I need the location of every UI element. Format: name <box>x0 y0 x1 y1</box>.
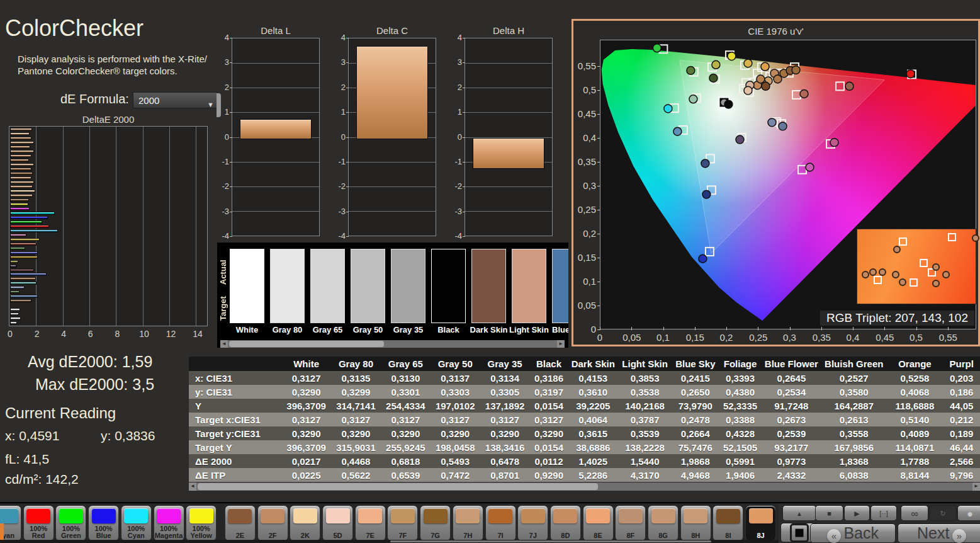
patch-swatch <box>619 508 643 523</box>
table-cell: 0,3388 <box>719 413 761 426</box>
scroll-left-icon[interactable]: ◄ <box>189 483 196 491</box>
table-cell: 0,3580 <box>821 385 886 399</box>
patch-button[interactable]: 100% Red <box>23 505 54 541</box>
bar-row <box>10 171 206 176</box>
tick-mark <box>600 327 600 330</box>
table-cell: 0,4153 <box>568 371 618 385</box>
next-button[interactable]: Next » <box>898 523 980 543</box>
table-cell: 75,7476 <box>672 440 719 454</box>
table-cell: 396,3709 <box>281 440 331 454</box>
table-cell: 0,3127 <box>480 413 530 426</box>
play-button[interactable]: ▶ <box>844 505 870 521</box>
bar <box>10 181 34 184</box>
scroll-left-icon[interactable]: ◄ <box>220 340 228 348</box>
scrollbar-thumb[interactable] <box>198 483 598 490</box>
column-header: Gray 65 <box>381 357 431 371</box>
table-cell: 0,3538 <box>618 385 672 399</box>
patch-button[interactable]: 8I <box>712 505 743 541</box>
patch-swatch <box>59 508 83 523</box>
patch-button[interactable]: 100% Blue <box>88 505 119 541</box>
patch-label: 7I <box>486 532 515 539</box>
tick-mark <box>346 162 349 163</box>
gridline <box>349 162 436 163</box>
bar-row <box>10 180 206 185</box>
patch-button[interactable]: 8E <box>583 505 614 541</box>
y-tick-label: 1 <box>332 107 346 117</box>
bar <box>10 308 20 311</box>
patch-button[interactable]: 7I <box>485 505 516 541</box>
loop-button[interactable]: ∞ <box>901 505 928 521</box>
bar-row <box>10 285 206 290</box>
gridline <box>349 186 436 187</box>
y-tick-label: 0,55 <box>576 60 596 71</box>
scroll-right-icon[interactable]: ► <box>972 483 980 491</box>
y-tick-label: -1 <box>448 157 462 166</box>
table-scrollbar[interactable]: ◄ ► <box>189 483 980 491</box>
swatch-strip-scrollbar[interactable]: ◄ ► <box>220 340 565 348</box>
table-cell: 4,3170 <box>618 468 672 482</box>
toolbar-controls: ▲ ■▶[··]∞↻● « Back Next » <box>779 503 980 543</box>
x-tick-label: 0,2 <box>718 332 735 343</box>
table-cell: 91,7248 <box>762 399 821 413</box>
scrollbar-thumb[interactable] <box>390 540 711 542</box>
patch-button[interactable]: 8G <box>648 505 679 541</box>
delta-c-chart <box>348 38 436 236</box>
record-button[interactable]: ● <box>957 505 980 521</box>
table-cell: 0,0217 <box>281 454 331 468</box>
repeat-button[interactable]: ↻ <box>929 505 957 521</box>
bar <box>10 172 33 175</box>
tick-mark <box>346 38 349 38</box>
patch-button[interactable]: 100% Green <box>55 505 86 541</box>
y-tick-label: -3 <box>215 207 229 216</box>
patch-button[interactable]: 5D <box>322 505 353 541</box>
stop-button[interactable]: ■ <box>815 505 843 521</box>
table-cell: 0,2534 <box>762 385 821 399</box>
table-cell: 0,2664 <box>672 426 719 440</box>
scroll-up-button[interactable]: ▲ <box>782 505 816 521</box>
patch-button[interactable]: 8H <box>680 505 711 541</box>
patch-button[interactable]: 8J <box>745 505 776 541</box>
column-header: Blue Flower <box>762 357 821 371</box>
scroll-right-icon[interactable]: ► <box>557 340 565 348</box>
x-tick-label: 0,35 <box>813 332 830 343</box>
toolbar-scroll-track[interactable] <box>0 540 779 543</box>
measurement-marker <box>774 75 782 83</box>
table-cell: 1,8368 <box>821 454 886 468</box>
bar <box>10 194 33 197</box>
patch-button[interactable]: 2F <box>257 505 288 541</box>
measurement-marker <box>653 44 661 52</box>
patch-button[interactable]: 8D <box>550 505 581 541</box>
table-cell: 0,5991 <box>719 454 761 468</box>
next-label: Next <box>917 524 949 542</box>
table-cell: 0,3130 <box>381 371 431 385</box>
table-cell: 0,6818 <box>381 454 431 468</box>
patch-button[interactable]: 2E <box>225 505 256 541</box>
bar <box>10 277 36 280</box>
patch-button[interactable]: 100% Magenta <box>154 505 184 541</box>
patch-button[interactable]: 7H <box>453 505 483 541</box>
patch-button[interactable]: 7G <box>420 505 451 541</box>
patch-label: 100% Yellow <box>186 525 216 539</box>
inset-measurement-marker <box>932 280 940 287</box>
patch-button[interactable]: 7E <box>355 505 386 541</box>
bar-row <box>10 312 206 316</box>
patch-button[interactable]: 100% Yellow <box>186 505 217 541</box>
bar-row <box>10 211 206 215</box>
back-button[interactable]: « Back <box>810 523 896 543</box>
scrollbar-thumb[interactable] <box>229 341 384 347</box>
splitter-handle[interactable] <box>217 93 221 117</box>
table-cell: 1,9868 <box>672 454 719 468</box>
table-cell: 38,6886 <box>568 440 618 454</box>
rgb-triplet-readout: RGB Triplet: 207, 143, 102 <box>820 311 974 326</box>
step-button[interactable]: [··] <box>870 505 897 521</box>
tick-mark <box>230 88 232 88</box>
patch-button[interactable]: 7F <box>387 505 418 541</box>
patch-button[interactable]: 2K <box>290 505 320 541</box>
table-cell: 0,3299 <box>331 385 381 399</box>
patch-button[interactable]: 100% Cyan <box>121 505 152 541</box>
table-cell: 0,2673 <box>762 413 821 426</box>
patch-button[interactable]: 7J <box>517 505 548 541</box>
de-formula-dropdown[interactable]: 2000 ▼ <box>133 92 217 108</box>
page-title: ColorChecker <box>5 15 144 42</box>
patch-button[interactable]: 8F <box>615 505 646 541</box>
